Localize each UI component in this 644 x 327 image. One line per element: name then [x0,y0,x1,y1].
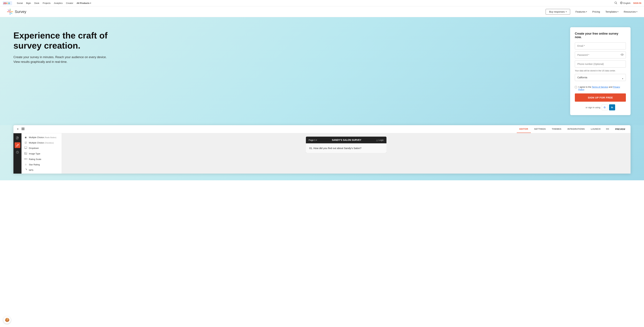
svg-text:ZO: ZO [3,2,6,5]
panel-item-multiple-choice-checkbox[interactable]: ☑ Multiple Choice (Checkbox) [22,140,62,145]
sidebar-icon-doc[interactable] [14,135,20,141]
list-view-button[interactable] [22,128,24,131]
top-nav: ZO H O Social Bigin Desk Projects Analyt… [0,0,644,7]
preview-button[interactable]: PREVIEW [613,127,627,132]
terms-text: I agree to the Terms of Service and Priv… [578,86,626,91]
sidebar-icon-edit[interactable] [14,142,20,148]
tab-themes[interactable]: THEMES [549,125,564,133]
logic-triangle-icon: △ [376,139,378,141]
star-rating-icon: ☆ [24,163,27,166]
data-storage-note: Your data will be stored in the US data … [575,70,626,72]
nav-bigin[interactable]: Bigin [26,2,31,4]
svg-line-15 [11,13,12,14]
survey-logo-icon [7,9,14,15]
svg-line-14 [8,10,9,11]
terms-row: I agree to the Terms of Service and Priv… [575,86,626,91]
svg-marker-27 [25,149,26,149]
page-label[interactable]: Page 1 ▾ [308,139,317,141]
editor-preview: + EDITOR SETTINGS THEMES INTEGRATIONS LA… [14,125,630,174]
nav-desk[interactable]: Desk [34,2,39,4]
tab-launch[interactable]: LAUNCH [588,125,603,133]
terms-checkbox[interactable] [575,86,577,88]
nav-projects[interactable]: Projects [43,2,50,4]
survey-card: Page 1 ▾ SANDY'S SALON SURVEY △ Logic 01… [306,137,386,153]
language-label: English [623,2,630,4]
all-products-chevron: ▾ [90,2,91,4]
resources-link[interactable]: Resources ▾ [624,10,637,13]
svg-rect-18 [22,129,24,129]
editor-section: + EDITOR SETTINGS THEMES INTEGRATIONS LA… [0,125,644,180]
phone-input[interactable] [575,61,626,68]
survey-question: 01. How did you find out about Sandy's S… [309,147,383,150]
buy-responses-button[interactable]: Buy responses ▾ [546,9,570,15]
hero-left: Experience the craft of survey creation.… [14,27,557,64]
tab-integrations[interactable]: INTEGRATIONS [565,125,588,133]
state-select[interactable]: California [575,74,626,81]
nav-all-products[interactable]: All Products ▾ [76,2,91,4]
svg-rect-19 [22,130,24,130]
templates-link[interactable]: Templates ▾ [606,10,618,13]
pricing-link[interactable]: Pricing [592,10,600,13]
editor-main-area: Page 1 ▾ SANDY'S SALON SURVEY △ Logic 01… [62,133,630,174]
svg-rect-26 [24,147,27,148]
main-nav: Survey Buy responses ▾ Features ▾ Pricin… [0,7,644,17]
survey-logo[interactable]: Survey [7,9,26,15]
nav-analytics[interactable]: Analytics [54,2,62,4]
terms-of-service-link[interactable]: Terms of Service [592,86,608,88]
panel-item-multiple-choice-radio[interactable]: ◉ Multiple Choice (Radio Button) [22,135,62,140]
panel-item-dropdown[interactable]: Dropdown [22,145,62,151]
svg-line-25 [18,152,18,153]
more-tabs-button[interactable]: ••• [604,126,611,132]
google-signin-button[interactable]: G [602,104,608,110]
linkedin-signin-button[interactable]: in [609,104,615,110]
panel-list: ◉ Multiple Choice (Radio Button) ☑ Multi… [22,133,62,174]
editor-tabs: + EDITOR SETTINGS THEMES INTEGRATIONS LA… [14,125,630,133]
panel-item-nps[interactable]: NPS [22,167,62,173]
templates-chevron: ▾ [618,11,618,13]
add-question-button[interactable]: + [17,127,19,131]
panel-item-slider-scale[interactable]: Slider Scale [22,173,62,174]
hero-section: Experience the craft of survey creation.… [0,17,644,125]
nav-social[interactable]: Social [17,2,23,4]
rating-scale-icon [24,158,27,160]
svg-point-16 [622,54,623,55]
panel-item-image-type[interactable]: Image Type [22,151,62,156]
password-toggle-icon[interactable] [620,54,624,57]
tab-settings[interactable]: SETTINGS [532,125,548,133]
editor-body: ◉ Multiple Choice (Radio Button) ☑ Multi… [14,133,630,174]
panel-item-star-rating[interactable]: ☆ Star Rating [22,162,62,167]
email-input[interactable] [575,42,626,49]
or-signin-row: or sign in using G in [575,104,626,110]
tab-editor[interactable]: EDITOR [517,125,531,133]
signup-heading: Create your free online survey now. [575,32,626,39]
language-selector[interactable]: English [620,2,630,5]
nps-icon [24,169,27,172]
zoho-logo[interactable]: ZO H O [3,1,12,5]
signup-form-container: Create your free online survey now. Your… [570,27,630,115]
resources-chevron: ▾ [636,11,637,13]
survey-card-header: Page 1 ▾ SANDY'S SALON SURVEY △ Logic [306,137,386,143]
svg-text:O: O [8,2,10,5]
survey-name: SANDY'S SALON SURVEY [317,139,376,141]
image-type-icon [24,152,27,155]
dropdown-icon [24,147,27,150]
svg-line-5 [616,3,617,4]
password-input-wrap [575,52,626,59]
features-link[interactable]: Features ▾ [576,10,587,13]
panel-item-rating-scale[interactable]: Rating Scale [22,156,62,162]
signup-card: Create your free online survey now. Your… [570,27,630,115]
radio-icon: ◉ [24,136,27,139]
password-input[interactable] [575,52,626,59]
search-button[interactable] [614,1,617,5]
state-select-wrap: California [575,74,626,83]
svg-text:H: H [6,2,8,5]
editor-sidebar [14,133,22,174]
signin-button[interactable]: SIGN IN [633,2,641,4]
svg-rect-28 [24,152,27,154]
signup-button[interactable]: SIGN UP FOR FREE [575,93,626,102]
logic-button[interactable]: △ Logic [376,139,384,141]
sidebar-icon-clock[interactable] [14,149,20,155]
nav-creator[interactable]: Creator [66,2,73,4]
svg-point-29 [25,153,26,153]
survey-logo-text: Survey [15,10,26,14]
